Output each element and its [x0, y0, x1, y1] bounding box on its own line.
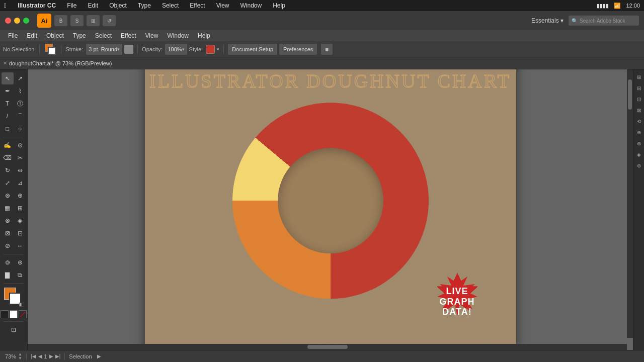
menu-window[interactable]: Window [238, 2, 264, 9]
touch-type-tool[interactable]: Ⓣ [14, 98, 26, 110]
width-tool[interactable]: ⊕ [14, 190, 26, 202]
menu-view[interactable]: View [214, 2, 231, 9]
eyedropper-tool[interactable]: ⊘ [2, 240, 14, 252]
curvature-tool[interactable]: ⌇ [14, 85, 26, 97]
apple-menu[interactable]:  [4, 2, 7, 10]
symbol-sprayer[interactable]: ⊛ [14, 256, 26, 268]
zoom-arrows[interactable]: ▲ ▼ [18, 352, 22, 360]
minimize-button[interactable] [14, 18, 20, 24]
essentials-dropdown[interactable]: Essentials ▾ [531, 17, 564, 24]
right-panel-btn-2[interactable]: ⊟ [634, 83, 643, 93]
search-adobe-input[interactable]: 🔍 Search Adobe Stock [569, 16, 639, 26]
menu-view-app[interactable]: View [141, 31, 163, 40]
first-page-btn[interactable]: |◀ [31, 353, 36, 359]
menu-file[interactable]: File [65, 2, 78, 9]
selection-tool[interactable]: ↖ [2, 72, 14, 84]
canvas-area[interactable]: ILLUSTRATOR DOUGHNUT CHART LIVE GRAPH DA… [28, 69, 633, 350]
none-icon[interactable] [19, 310, 27, 318]
stock-btn[interactable]: S [70, 15, 84, 26]
status-arrow[interactable]: ▶ [97, 353, 101, 359]
right-panel-btn-8[interactable]: ◈ [634, 150, 643, 159]
close-button[interactable] [5, 18, 11, 24]
scissors-tool[interactable]: ✂ [14, 152, 26, 164]
gradient-tool[interactable]: ▦ [2, 202, 14, 214]
color-swatches[interactable] [4, 288, 23, 307]
pen-tool[interactable]: ✒ [2, 85, 14, 97]
stroke-color-swatch[interactable] [124, 45, 133, 54]
menu-effect[interactable]: Effect [188, 2, 207, 9]
measure-tool[interactable]: ↔ [14, 240, 26, 252]
right-panel-btn-9[interactable]: ⊚ [634, 161, 643, 170]
tab-filename[interactable]: doughnutChart.ai* @ 73% (RGB/Preview) [9, 60, 112, 66]
arc-tool[interactable]: ⌒ [14, 110, 26, 122]
tab-close-btn[interactable]: ✕ [3, 60, 7, 66]
rect-tool[interactable]: □ [2, 123, 14, 135]
vertical-scrollbar[interactable] [627, 69, 633, 338]
shape-builder-tool[interactable]: ⊗ [2, 215, 14, 227]
blend-tool[interactable]: ⊚ [2, 256, 14, 268]
right-panel-btn-7[interactable]: ⊗ [634, 139, 643, 148]
menu-object-app[interactable]: Object [42, 31, 68, 40]
black-swatch[interactable] [1, 310, 9, 318]
right-panel-btn-4[interactable]: ⊠ [634, 106, 643, 115]
preferences-btn[interactable]: Preferences [279, 44, 317, 55]
reflect-tool[interactable]: ⇔ [14, 164, 26, 176]
scale-tool[interactable]: ⤢ [2, 177, 14, 189]
menu-app-name[interactable]: Illustrator CC [16, 2, 58, 9]
slice-tool[interactable]: ⧉ [14, 269, 26, 281]
change-screen-mode[interactable]: ⊡ [8, 324, 20, 336]
stroke-value-box[interactable]: 3 pt. Round ▾ [86, 44, 122, 55]
white-swatch[interactable] [10, 310, 18, 318]
shear-tool[interactable]: ⊿ [14, 177, 26, 189]
menu-edit[interactable]: Edit [86, 2, 100, 9]
warp-tool[interactable]: ⊛ [2, 190, 14, 202]
rotate-tool[interactable]: ↻ [2, 164, 14, 176]
donut-chart[interactable] [232, 103, 429, 299]
menu-effect-app[interactable]: Effect [117, 31, 140, 40]
toolbar-more-btn[interactable]: ≡ [321, 44, 332, 55]
document-setup-btn[interactable]: Document Setup [228, 44, 277, 55]
sync-btn[interactable]: ↺ [103, 15, 116, 26]
menu-help[interactable]: Help [271, 2, 287, 9]
menu-type-app[interactable]: Type [69, 31, 90, 40]
bridge-btn[interactable]: B [54, 15, 67, 26]
line-tool[interactable]: / [2, 110, 14, 122]
perspective-tool[interactable]: ⊠ [2, 227, 14, 239]
style-swatch[interactable] [206, 45, 215, 54]
blob-tool[interactable]: ⊙ [14, 139, 26, 151]
right-panel-btn-3[interactable]: ⊡ [634, 95, 643, 104]
menu-help-app[interactable]: Help [194, 31, 214, 40]
next-page-btn[interactable]: ▶ [49, 353, 53, 359]
ellipse-tool[interactable]: ○ [14, 123, 26, 135]
right-panel-btn-1[interactable]: ⊞ [634, 72, 643, 81]
type-tool[interactable]: T [2, 98, 14, 110]
menu-type[interactable]: Type [136, 2, 153, 9]
menu-edit-app[interactable]: Edit [23, 31, 41, 40]
scroll-thumb-h[interactable] [307, 345, 348, 349]
tool-separator-1 [4, 137, 24, 137]
fill-stroke-icon[interactable] [44, 43, 57, 56]
scroll-thumb-v[interactable] [628, 79, 632, 110]
perspective-select[interactable]: ⊡ [14, 227, 26, 239]
prev-page-btn[interactable]: ◀ [38, 353, 42, 359]
grid-btn[interactable]: ⊞ [87, 15, 100, 26]
right-panel-btn-5[interactable]: ⟲ [634, 117, 643, 126]
eraser-tool[interactable]: ⌫ [2, 152, 14, 164]
menu-select[interactable]: Select [160, 2, 181, 9]
menu-window-app[interactable]: Window [163, 31, 193, 40]
live-paint-tool[interactable]: ◈ [14, 215, 26, 227]
mesh-tool[interactable]: ⊞ [14, 202, 26, 214]
main-layout: ↖ ↗ ✒ ⌇ T Ⓣ / ⌒ □ ○ ✍ ⊙ ⌫ ✂ ↻ ⇔ [0, 69, 644, 350]
column-graph-tool[interactable]: ▇ [2, 269, 14, 281]
direct-selection-tool[interactable]: ↗ [14, 72, 26, 84]
menu-select-app[interactable]: Select [91, 31, 116, 40]
paintbrush-tool[interactable]: ✍ [2, 139, 14, 151]
maximize-button[interactable] [23, 18, 29, 24]
menu-object[interactable]: Object [107, 2, 129, 9]
last-page-btn[interactable]: ▶| [55, 353, 61, 359]
opacity-box[interactable]: 100% ▾ [165, 44, 187, 55]
zoom-down-arrow[interactable]: ▼ [18, 356, 22, 360]
menu-file-app[interactable]: File [4, 31, 22, 40]
right-panel-btn-6[interactable]: ⊕ [634, 128, 643, 137]
horizontal-scrollbar[interactable] [28, 344, 627, 350]
